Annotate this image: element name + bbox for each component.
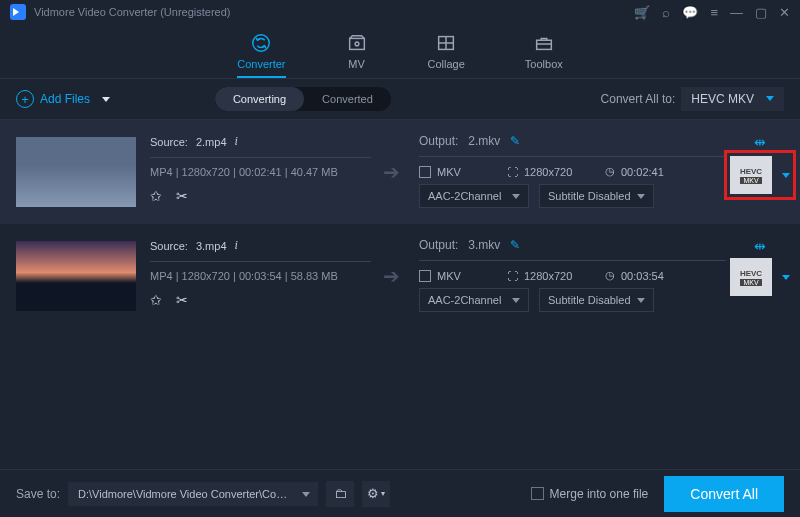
cart-icon[interactable]: 🛒 (634, 5, 650, 20)
menu-icon[interactable]: ≡ (710, 5, 718, 20)
file-list: Source: 2.mp4 i MP4 | 1280x720 | 00:02:4… (0, 120, 800, 328)
bottom-bar: Save to: D:\Vidmore\Vidmore Video Conver… (0, 469, 800, 517)
film-icon (419, 270, 431, 282)
toolbar: + Add Files Converting Converted Convert… (0, 78, 800, 120)
format-badge: HEVC MKV (730, 258, 772, 296)
source-filename: 2.mp4 (196, 136, 227, 148)
subtitle-select[interactable]: Subtitle Disabled (539, 288, 654, 312)
tab-converter[interactable]: Converter (237, 32, 285, 78)
chevron-down-icon (782, 275, 790, 280)
chevron-down-icon (302, 492, 310, 497)
tab-toolbox[interactable]: Toolbox (525, 32, 563, 78)
file-item[interactable]: Source: 3.mp4 i MP4 | 1280x720 | 00:03:5… (0, 224, 800, 328)
svg-point-2 (355, 42, 359, 46)
output-filename: 3.mkv (468, 238, 500, 252)
source-label: Source: (150, 240, 188, 252)
film-icon (419, 166, 431, 178)
output-filename: 2.mkv (468, 134, 500, 148)
add-files-button[interactable]: + Add Files (16, 90, 110, 108)
chevron-down-icon (766, 96, 774, 101)
save-path-select[interactable]: D:\Vidmore\Vidmore Video Converter\Conve… (68, 482, 318, 506)
convert-all-button[interactable]: Convert All (664, 476, 784, 512)
close-icon[interactable]: ✕ (779, 5, 790, 20)
edit-icon[interactable]: ✎ (510, 238, 520, 252)
star-icon[interactable]: ✩ (150, 292, 162, 308)
info-icon[interactable]: i (235, 134, 238, 149)
format-badge: HEVC MKV (730, 156, 772, 194)
checkbox-icon (531, 487, 544, 500)
plus-icon: + (16, 90, 34, 108)
main-tabs: Converter MV Collage Toolbox (0, 24, 800, 78)
feedback-icon[interactable]: 💬 (682, 5, 698, 20)
tab-mv[interactable]: MV (346, 32, 368, 78)
app-logo (10, 4, 26, 20)
svg-point-0 (253, 35, 270, 52)
info-icon[interactable]: i (235, 238, 238, 253)
settings-button[interactable]: ⚙▾ (362, 481, 390, 507)
status-tabs: Converting Converted (215, 87, 391, 111)
subtitle-select[interactable]: Subtitle Disabled (539, 184, 654, 208)
scissors-icon[interactable]: ✂ (176, 188, 188, 204)
output-label: Output: (419, 238, 458, 252)
key-icon[interactable]: ⌕ (662, 5, 670, 20)
compress-icon[interactable]: ⇹ (754, 238, 766, 254)
status-converted[interactable]: Converted (304, 87, 391, 111)
source-label: Source: (150, 136, 188, 148)
merge-checkbox[interactable]: Merge into one file (531, 487, 649, 501)
tab-collage[interactable]: Collage (428, 32, 465, 78)
arrow-icon: ➔ (371, 160, 411, 184)
convert-all-format-select[interactable]: HEVC MKV (681, 87, 784, 111)
minimize-icon[interactable]: — (730, 5, 743, 20)
chevron-down-icon (782, 173, 790, 178)
compress-icon[interactable]: ⇹ (754, 134, 766, 150)
source-meta: MP4 | 1280x720 | 00:03:54 | 58.83 MB (150, 270, 371, 282)
star-icon[interactable]: ✩ (150, 188, 162, 204)
thumbnail[interactable] (16, 241, 136, 311)
source-filename: 3.mp4 (196, 240, 227, 252)
maximize-icon[interactable]: ▢ (755, 5, 767, 20)
svg-rect-4 (536, 40, 551, 49)
save-to-label: Save to: (16, 487, 60, 501)
svg-rect-1 (349, 38, 364, 49)
status-converting[interactable]: Converting (215, 87, 304, 111)
output-label: Output: (419, 134, 458, 148)
resolution-icon: ⛶ (507, 166, 518, 178)
titlebar: Vidmore Video Converter (Unregistered) 🛒… (0, 0, 800, 24)
window-title: Vidmore Video Converter (Unregistered) (34, 6, 230, 18)
convert-all-to-label: Convert All to: (601, 92, 676, 106)
arrow-icon: ➔ (371, 264, 411, 288)
edit-icon[interactable]: ✎ (510, 134, 520, 148)
clock-icon: ◷ (605, 269, 615, 282)
source-meta: MP4 | 1280x720 | 00:02:41 | 40.47 MB (150, 166, 371, 178)
scissors-icon[interactable]: ✂ (176, 292, 188, 308)
resolution-icon: ⛶ (507, 270, 518, 282)
audio-select[interactable]: AAC-2Channel (419, 288, 529, 312)
thumbnail[interactable] (16, 137, 136, 207)
format-picker[interactable]: HEVC MKV (730, 258, 790, 296)
open-folder-button[interactable]: 🗀 (326, 481, 354, 507)
audio-select[interactable]: AAC-2Channel (419, 184, 529, 208)
format-picker-highlighted[interactable]: HEVC MKV (724, 150, 796, 200)
file-item[interactable]: Source: 2.mp4 i MP4 | 1280x720 | 00:02:4… (0, 120, 800, 224)
clock-icon: ◷ (605, 165, 615, 178)
chevron-down-icon[interactable] (102, 97, 110, 102)
